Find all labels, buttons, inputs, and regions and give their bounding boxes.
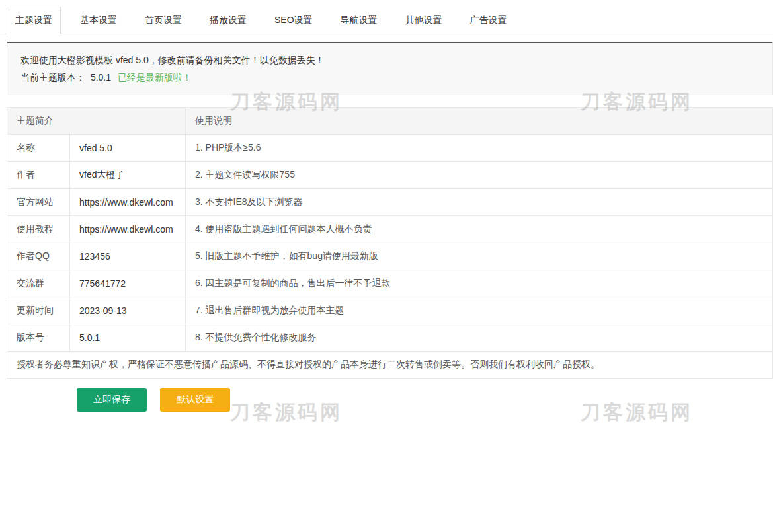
row-label: 交流群 [7, 270, 70, 297]
table-row: 官方网站 https://www.dkewl.com 3. 不支持IE8及以下浏… [7, 189, 773, 216]
row-note: 8. 不提供免费个性化修改服务 [186, 324, 773, 352]
save-button[interactable]: 立即保存 [77, 388, 147, 412]
tab-theme-settings[interactable]: 主题设置 [7, 7, 61, 34]
tab-other-settings[interactable]: 其他设置 [397, 7, 451, 34]
tab-seo-settings[interactable]: SEO设置 [266, 7, 321, 34]
table-row: 更新时间 2023-09-13 7. 退出售后群即视为放弃使用本主题 [7, 297, 773, 324]
tab-ad-settings[interactable]: 广告设置 [462, 7, 516, 34]
row-value: 775641772 [70, 270, 186, 297]
row-value: https://www.dkewl.com [70, 216, 186, 243]
license-notice: 授权者务必尊重知识产权，严格保证不恶意传播产品源码、不得直接对授权的产品本身进行… [7, 352, 773, 379]
main-content: 欢迎使用大橙影视模板 vfed 5.0，修改前请备份相关文件！以免数据丢失！ 当… [7, 42, 773, 412]
tab-player-settings[interactable]: 播放设置 [201, 7, 255, 34]
table-header-row: 主题简介 使用说明 [7, 108, 773, 135]
notice-welcome-line: 欢迎使用大橙影视模板 vfed 5.0，修改前请备份相关文件！以免数据丢失！ [20, 52, 759, 69]
row-value: https://www.dkewl.com [70, 189, 186, 216]
row-value: 5.0.1 [70, 324, 186, 352]
row-value: vfed大橙子 [70, 162, 186, 189]
row-label: 官方网站 [7, 189, 70, 216]
version-status: 已经是最新版啦！ [118, 72, 192, 83]
table-row: 作者QQ 123456 5. 旧版主题不予维护，如有bug请使用最新版 [7, 243, 773, 270]
table-header-intro: 主题简介 [7, 108, 186, 135]
row-label: 作者 [7, 162, 70, 189]
row-note: 4. 使用盗版主题遇到任何问题本人概不负责 [186, 216, 773, 243]
notice-version-line: 当前主题版本： 5.0.1 已经是最新版啦！ [20, 69, 759, 86]
row-label: 作者QQ [7, 243, 70, 270]
row-value: vfed 5.0 [70, 135, 186, 162]
row-note: 6. 因主题是可复制的商品，售出后一律不予退款 [186, 270, 773, 297]
version-label: 当前主题版本： [20, 72, 85, 83]
default-settings-button[interactable]: 默认设置 [160, 388, 230, 412]
tab-nav-settings[interactable]: 导航设置 [332, 7, 386, 34]
table-header-usage: 使用说明 [186, 108, 773, 135]
row-note: 7. 退出售后群即视为放弃使用本主题 [186, 297, 773, 324]
table-row: 作者 vfed大橙子 2. 主题文件读写权限755 [7, 162, 773, 189]
row-note: 1. PHP版本≥5.6 [186, 135, 773, 162]
table-row: 名称 vfed 5.0 1. PHP版本≥5.6 [7, 135, 773, 162]
settings-table: 主题简介 使用说明 名称 vfed 5.0 1. PHP版本≥5.6 作者 vf… [7, 107, 773, 379]
table-row: 使用教程 https://www.dkewl.com 4. 使用盗版主题遇到任何… [7, 216, 773, 243]
table-row: 版本号 5.0.1 8. 不提供免费个性化修改服务 [7, 324, 773, 352]
row-label: 名称 [7, 135, 70, 162]
notice-box: 欢迎使用大橙影视模板 vfed 5.0，修改前请备份相关文件！以免数据丢失！ 当… [7, 42, 773, 95]
row-note: 2. 主题文件读写权限755 [186, 162, 773, 189]
row-label: 使用教程 [7, 216, 70, 243]
settings-tab-bar: 主题设置 基本设置 首页设置 播放设置 SEO设置 导航设置 其他设置 广告设置 [0, 0, 773, 34]
tab-basic-settings[interactable]: 基本设置 [71, 7, 126, 34]
version-value: 5.0.1 [91, 72, 111, 83]
button-row: 立即保存 默认设置 [77, 388, 773, 412]
table-footer-row: 授权者务必尊重知识产权，严格保证不恶意传播产品源码、不得直接对授权的产品本身进行… [7, 352, 773, 379]
row-value: 123456 [70, 243, 186, 270]
row-note: 3. 不支持IE8及以下浏览器 [186, 189, 773, 216]
row-label: 更新时间 [7, 297, 70, 324]
row-value: 2023-09-13 [70, 297, 186, 324]
row-note: 5. 旧版主题不予维护，如有bug请使用最新版 [186, 243, 773, 270]
tab-home-settings[interactable]: 首页设置 [136, 7, 190, 34]
table-row: 交流群 775641772 6. 因主题是可复制的商品，售出后一律不予退款 [7, 270, 773, 297]
row-label: 版本号 [7, 324, 70, 352]
